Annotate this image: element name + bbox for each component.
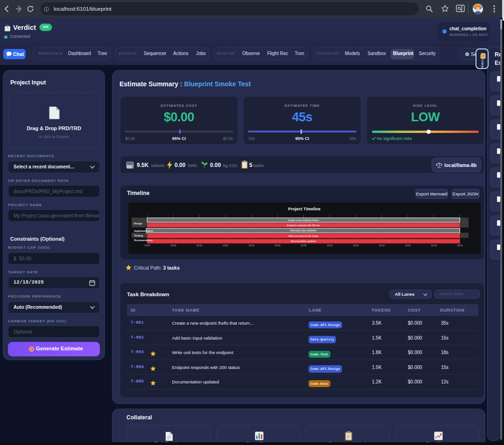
svg-text:19:01: 19:01 — [457, 244, 463, 247]
svg-text:19:00: 19:00 — [353, 244, 359, 247]
svg-text:Implementation: Implementation — [134, 229, 153, 232]
svg-text:Documentation updated: Documentation updated — [291, 240, 315, 243]
svg-text:19:00: 19:00 — [431, 244, 437, 247]
svg-text:Project Timeline: Project Timeline — [288, 207, 320, 211]
svg-text:19:00: 19:00 — [405, 244, 411, 247]
svg-text:19:00: 19:00 — [196, 244, 203, 247]
svg-text:19:00: 19:00 — [170, 244, 176, 247]
svg-text:19:00: 19:00 — [301, 244, 307, 247]
svg-text:19:00: 19:00 — [223, 244, 229, 247]
svg-text:19:00: 19:00 — [274, 244, 280, 247]
svg-text:19:00: 19:00 — [144, 244, 150, 247]
svg-text:Create a new endpoint /hello t: Create a new endpoint /hello t — [288, 219, 319, 222]
svg-text:Write unit tests for the endpo: Write unit tests for the endpo — [288, 235, 318, 237]
svg-text:Design: Design — [134, 222, 143, 225]
svg-text:Documentation: Documentation — [134, 239, 153, 242]
svg-text:19:00: 19:00 — [249, 244, 255, 247]
svg-text:Add basic input validation: Add basic input validation — [290, 229, 317, 232]
svg-text:19:00: 19:00 — [327, 244, 333, 247]
svg-text:Testing: Testing — [134, 234, 143, 237]
svg-text:Endpoint responds with 200 sta: Endpoint responds with 200 sta — [287, 224, 320, 227]
svg-text:19:00: 19:00 — [379, 244, 385, 247]
